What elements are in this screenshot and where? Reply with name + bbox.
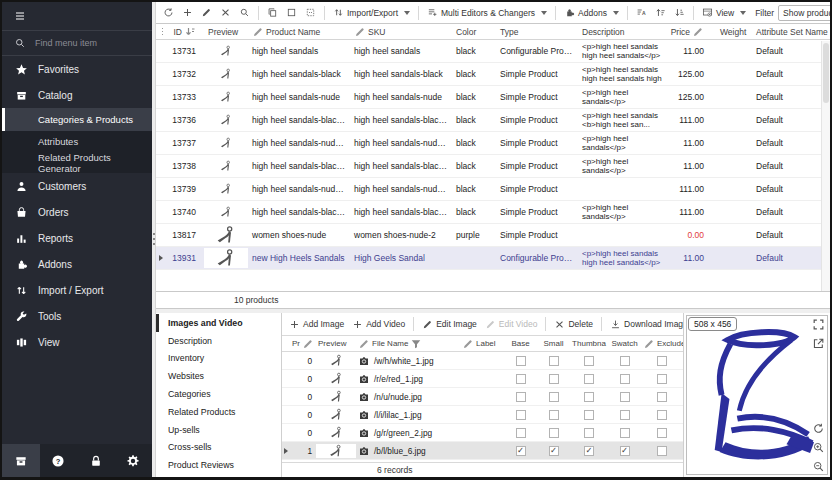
thumbnail-checkbox[interactable]: ✓: [570, 446, 608, 456]
sidebar-item-favorites[interactable]: Favorites: [2, 56, 152, 82]
column-header-small[interactable]: Small: [537, 339, 570, 348]
settings-button[interactable]: [115, 444, 153, 477]
sidebar-item-orders[interactable]: Orders: [2, 199, 152, 225]
swatch-checkbox[interactable]: [608, 374, 641, 384]
fit-screen-icon[interactable]: [812, 318, 825, 331]
delete-image-button[interactable]: Delete: [551, 317, 596, 332]
base-checkbox[interactable]: ✓: [504, 446, 537, 456]
column-header-description[interactable]: Description: [578, 27, 668, 37]
sidebar-item-view[interactable]: View: [2, 329, 152, 355]
column-header-type[interactable]: Type: [496, 27, 578, 37]
tab-related-products[interactable]: Related Products: [156, 403, 281, 421]
category-filter-select[interactable]: Show products from selected categories: [778, 5, 832, 21]
table-row[interactable]: 13732 high heel sandals-black high heel …: [156, 63, 830, 86]
sidebar-item-tools[interactable]: Tools: [2, 303, 152, 329]
lock-button[interactable]: [77, 444, 115, 477]
copy-button[interactable]: [264, 5, 281, 20]
menu-search-input[interactable]: [33, 37, 133, 49]
column-header-exclude[interactable]: Exclude: [641, 338, 683, 350]
download-image-button[interactable]: Download Image: [607, 317, 683, 332]
column-header-file-name[interactable]: File Name: [356, 338, 460, 350]
help-button[interactable]: [40, 444, 78, 477]
base-checkbox[interactable]: [504, 356, 537, 366]
table-row[interactable]: 13736 high heel sandals-black-36 high he…: [156, 109, 830, 132]
column-header-base[interactable]: Base: [504, 339, 537, 348]
tab-description[interactable]: Description: [156, 332, 281, 350]
grid-options-icon[interactable]: [156, 27, 166, 36]
swatch-checkbox[interactable]: [608, 410, 641, 420]
base-checkbox[interactable]: [504, 410, 537, 420]
import-export-menu-button[interactable]: Import/Export: [330, 5, 413, 20]
exclude-checkbox[interactable]: [641, 356, 683, 366]
edit-product-button[interactable]: [198, 5, 215, 20]
image-row[interactable]: 0 /l/i/lilac_1.jpg: [282, 406, 683, 424]
swatch-checkbox[interactable]: [608, 392, 641, 402]
column-header-preview[interactable]: Preview: [204, 27, 248, 37]
tab-websites[interactable]: Websites: [156, 367, 281, 385]
image-row[interactable]: 0 /g/r/green_2.jpg: [282, 424, 683, 442]
table-row[interactable]: 13733 high heel sandals-nude high heel s…: [156, 86, 830, 109]
add-product-button[interactable]: [179, 5, 196, 20]
multi-editors-menu-button[interactable]: Multi Editors & Changers: [424, 5, 550, 20]
paste-special-button[interactable]: [302, 5, 319, 20]
image-row[interactable]: 0 /w/h/white_1.jpg: [282, 352, 683, 370]
store-button[interactable]: [2, 444, 40, 477]
small-checkbox[interactable]: [537, 392, 570, 402]
rotate-icon[interactable]: [812, 422, 825, 435]
sidebar-item-attributes[interactable]: Attributes: [2, 131, 152, 152]
refresh-button[interactable]: [160, 5, 177, 20]
column-header-preview[interactable]: Preview: [316, 339, 356, 348]
add-image-button[interactable]: Add Image: [286, 317, 347, 332]
tab-images-and-video[interactable]: Images and Video: [156, 314, 281, 332]
delete-product-button[interactable]: [217, 5, 234, 20]
image-row-selected[interactable]: 1 /b/l/blue_6.jpg ✓ ✓ ✓ ✓: [282, 442, 683, 460]
exclude-checkbox[interactable]: [641, 446, 683, 456]
column-header-sku[interactable]: SKU: [350, 26, 452, 38]
swatch-checkbox[interactable]: ✓: [608, 446, 641, 456]
zoom-in-icon[interactable]: [812, 441, 825, 454]
sort-desc-button[interactable]: [671, 5, 688, 20]
sidebar-search[interactable]: [2, 30, 152, 56]
table-row[interactable]: 13738 high heel sandals-black-37 high he…: [156, 155, 830, 178]
hamburger-menu-button[interactable]: [2, 2, 152, 30]
column-header-color[interactable]: Color: [452, 27, 496, 37]
tab-categories[interactable]: Categories: [156, 385, 281, 403]
exclude-checkbox[interactable]: [641, 428, 683, 438]
edit-image-button[interactable]: Edit Image: [419, 317, 480, 332]
sidebar-item-addons[interactable]: Addons: [2, 251, 152, 277]
sidebar-item-catalog[interactable]: Catalog: [2, 82, 152, 108]
small-checkbox[interactable]: [537, 356, 570, 366]
small-checkbox[interactable]: [537, 410, 570, 420]
scrollbar-thumb[interactable]: [823, 43, 829, 103]
exclude-checkbox[interactable]: [641, 410, 683, 420]
sidebar-item-customers[interactable]: Customers: [2, 173, 152, 199]
search-products-button[interactable]: [236, 5, 253, 20]
sidebar-item-categories-products[interactable]: Categories & Products: [2, 108, 152, 131]
column-header-id[interactable]: ID: [166, 26, 204, 38]
tab-product-reviews[interactable]: Product Reviews: [156, 456, 281, 474]
base-checkbox[interactable]: [504, 428, 537, 438]
sidebar-item-import-export[interactable]: Import / Export: [2, 277, 152, 303]
edit-video-button[interactable]: Edit Video: [482, 317, 541, 332]
addons-menu-button[interactable]: Addons: [561, 5, 622, 20]
image-row[interactable]: 0 /r/e/red_1.jpg: [282, 370, 683, 388]
table-row[interactable]: 13740 high heel sandals-black-38 high he…: [156, 201, 830, 224]
thumbnail-checkbox[interactable]: [570, 410, 608, 420]
exclude-checkbox[interactable]: [641, 374, 683, 384]
small-checkbox[interactable]: [537, 374, 570, 384]
column-header-product-name[interactable]: Product Name: [248, 26, 350, 38]
column-header-swatch[interactable]: Swatch: [608, 339, 641, 348]
column-header-weight[interactable]: Weight: [716, 27, 752, 37]
add-video-button[interactable]: Add Video: [349, 317, 408, 332]
base-checkbox[interactable]: [504, 374, 537, 384]
thumbnail-checkbox[interactable]: [570, 374, 608, 384]
table-row[interactable]: 13731 high heel sandals high heel sandal…: [156, 40, 830, 63]
sidebar-item-reports[interactable]: Reports: [2, 225, 152, 251]
column-header-attribute-set[interactable]: Attribute Set Name: [752, 27, 830, 37]
thumbnail-checkbox[interactable]: [570, 356, 608, 366]
column-header-thumbnail[interactable]: Thumbna: [570, 339, 608, 348]
table-row[interactable]: 13737 high heel sandals-nude-36 high hee…: [156, 132, 830, 155]
column-header-position[interactable]: Pr: [290, 338, 316, 350]
column-header-label[interactable]: Label: [460, 338, 504, 350]
thumbnail-checkbox[interactable]: [570, 392, 608, 402]
